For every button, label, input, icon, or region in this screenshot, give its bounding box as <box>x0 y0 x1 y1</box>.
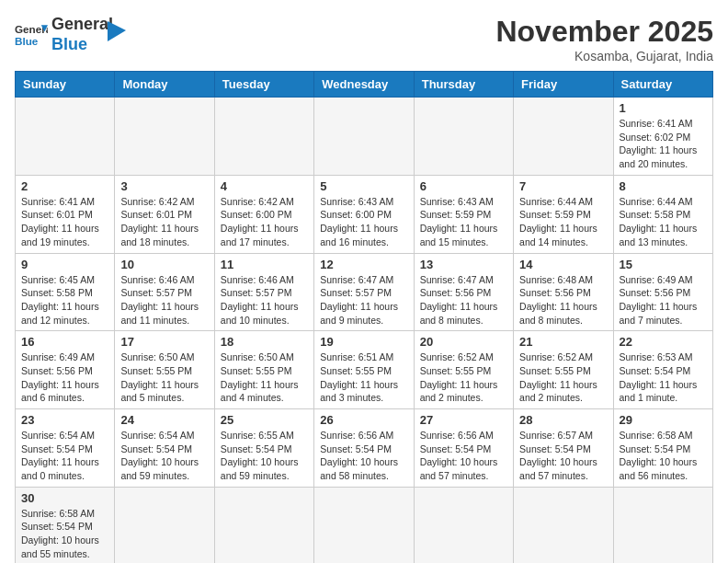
day-info: Sunrise: 6:54 AM Sunset: 5:54 PM Dayligh… <box>120 429 208 483</box>
day-info: Sunrise: 6:41 AM Sunset: 6:02 PM Dayligh… <box>620 117 707 171</box>
calendar-day-cell: 30Sunrise: 6:58 AM Sunset: 5:54 PM Dayli… <box>16 487 115 563</box>
weekday-header-tuesday: Tuesday <box>214 72 313 98</box>
calendar-week-row: 1Sunrise: 6:41 AM Sunset: 6:02 PM Daylig… <box>16 98 713 176</box>
calendar-day-cell: 22Sunrise: 6:53 AM Sunset: 5:54 PM Dayli… <box>613 331 712 409</box>
day-info: Sunrise: 6:46 AM Sunset: 5:57 PM Dayligh… <box>221 273 308 327</box>
calendar-day-cell <box>115 487 214 563</box>
day-number: 2 <box>21 179 108 193</box>
calendar-week-row: 16Sunrise: 6:49 AM Sunset: 5:56 PM Dayli… <box>16 331 713 409</box>
svg-marker-3 <box>108 21 126 41</box>
day-number: 8 <box>620 179 707 193</box>
calendar-day-cell: 23Sunrise: 6:54 AM Sunset: 5:54 PM Dayli… <box>16 409 115 488</box>
calendar-day-cell <box>514 487 613 563</box>
weekday-header-sunday: Sunday <box>16 72 115 98</box>
page-header: General Blue General Blue November 2025 … <box>15 15 713 63</box>
calendar-day-cell: 27Sunrise: 6:56 AM Sunset: 5:54 PM Dayli… <box>414 409 513 488</box>
month-title: November 2025 <box>495 15 713 49</box>
calendar-day-cell: 7Sunrise: 6:44 AM Sunset: 5:59 PM Daylig… <box>514 175 613 253</box>
calendar-day-cell: 16Sunrise: 6:49 AM Sunset: 5:56 PM Dayli… <box>16 331 115 409</box>
day-info: Sunrise: 6:58 AM Sunset: 5:54 PM Dayligh… <box>620 429 707 483</box>
calendar-week-row: 30Sunrise: 6:58 AM Sunset: 5:54 PM Dayli… <box>16 487 713 563</box>
day-number: 7 <box>519 179 607 193</box>
day-number: 18 <box>221 335 308 349</box>
day-info: Sunrise: 6:52 AM Sunset: 5:55 PM Dayligh… <box>420 350 507 405</box>
calendar-day-cell: 19Sunrise: 6:51 AM Sunset: 5:55 PM Dayli… <box>314 331 414 409</box>
calendar-body: 1Sunrise: 6:41 AM Sunset: 6:02 PM Daylig… <box>16 98 713 564</box>
weekday-header-friday: Friday <box>514 72 613 98</box>
logo-triangle-icon <box>108 21 126 41</box>
weekday-header-thursday: Thursday <box>414 72 513 98</box>
day-info: Sunrise: 6:43 AM Sunset: 6:00 PM Dayligh… <box>320 195 407 249</box>
day-info: Sunrise: 6:45 AM Sunset: 5:58 PM Dayligh… <box>21 273 108 327</box>
calendar-day-cell: 15Sunrise: 6:49 AM Sunset: 5:56 PM Dayli… <box>613 253 712 331</box>
day-number: 23 <box>21 413 108 427</box>
day-info: Sunrise: 6:48 AM Sunset: 5:56 PM Dayligh… <box>519 273 607 327</box>
location-text: Kosamba, Gujarat, India <box>495 49 713 63</box>
day-number: 3 <box>120 179 208 193</box>
calendar-week-row: 23Sunrise: 6:54 AM Sunset: 5:54 PM Dayli… <box>16 409 713 488</box>
calendar-week-row: 9Sunrise: 6:45 AM Sunset: 5:58 PM Daylig… <box>16 253 713 331</box>
calendar-day-cell: 18Sunrise: 6:50 AM Sunset: 5:55 PM Dayli… <box>214 331 313 409</box>
weekday-header-row: SundayMondayTuesdayWednesdayThursdayFrid… <box>16 72 713 98</box>
calendar-day-cell: 11Sunrise: 6:46 AM Sunset: 5:57 PM Dayli… <box>214 253 313 331</box>
day-number: 17 <box>120 335 208 349</box>
day-info: Sunrise: 6:49 AM Sunset: 5:56 PM Dayligh… <box>21 350 108 405</box>
day-number: 28 <box>519 413 607 427</box>
logo-general: General <box>51 15 113 35</box>
day-number: 11 <box>221 258 308 271</box>
day-info: Sunrise: 6:46 AM Sunset: 5:57 PM Dayligh… <box>120 273 208 327</box>
day-number: 14 <box>519 258 607 271</box>
calendar-day-cell: 5Sunrise: 6:43 AM Sunset: 6:00 PM Daylig… <box>314 175 414 253</box>
calendar-day-cell: 17Sunrise: 6:50 AM Sunset: 5:55 PM Dayli… <box>115 331 214 409</box>
day-number: 6 <box>420 179 507 193</box>
calendar-day-cell <box>613 487 712 563</box>
day-number: 13 <box>420 258 507 271</box>
day-number: 19 <box>320 335 407 349</box>
calendar-day-cell: 12Sunrise: 6:47 AM Sunset: 5:57 PM Dayli… <box>314 253 414 331</box>
day-number: 22 <box>620 335 707 349</box>
day-info: Sunrise: 6:47 AM Sunset: 5:56 PM Dayligh… <box>420 273 507 327</box>
calendar-day-cell: 8Sunrise: 6:44 AM Sunset: 5:58 PM Daylig… <box>613 175 712 253</box>
calendar-day-cell <box>16 98 115 176</box>
calendar-header: SundayMondayTuesdayWednesdayThursdayFrid… <box>16 72 713 98</box>
calendar-day-cell: 25Sunrise: 6:55 AM Sunset: 5:54 PM Dayli… <box>214 409 313 488</box>
calendar-day-cell: 1Sunrise: 6:41 AM Sunset: 6:02 PM Daylig… <box>613 98 712 176</box>
day-number: 10 <box>120 258 208 271</box>
calendar-day-cell: 9Sunrise: 6:45 AM Sunset: 5:58 PM Daylig… <box>16 253 115 331</box>
day-info: Sunrise: 6:47 AM Sunset: 5:57 PM Dayligh… <box>320 273 407 327</box>
calendar-day-cell <box>314 98 414 176</box>
svg-text:General: General <box>15 23 48 35</box>
day-number: 30 <box>21 491 108 505</box>
weekday-header-monday: Monday <box>115 72 214 98</box>
calendar-day-cell: 6Sunrise: 6:43 AM Sunset: 5:59 PM Daylig… <box>414 175 513 253</box>
calendar-day-cell: 26Sunrise: 6:56 AM Sunset: 5:54 PM Dayli… <box>314 409 414 488</box>
calendar-day-cell: 13Sunrise: 6:47 AM Sunset: 5:56 PM Dayli… <box>414 253 513 331</box>
calendar-day-cell <box>214 98 313 176</box>
day-info: Sunrise: 6:56 AM Sunset: 5:54 PM Dayligh… <box>420 429 507 483</box>
calendar-day-cell: 3Sunrise: 6:42 AM Sunset: 6:01 PM Daylig… <box>115 175 214 253</box>
day-info: Sunrise: 6:41 AM Sunset: 6:01 PM Dayligh… <box>21 195 108 249</box>
day-number: 27 <box>420 413 507 427</box>
day-number: 24 <box>120 413 208 427</box>
calendar-day-cell: 29Sunrise: 6:58 AM Sunset: 5:54 PM Dayli… <box>613 409 712 488</box>
day-number: 20 <box>420 335 507 349</box>
day-number: 1 <box>620 101 707 115</box>
calendar-day-cell <box>214 487 313 563</box>
day-number: 5 <box>320 179 407 193</box>
calendar-day-cell: 21Sunrise: 6:52 AM Sunset: 5:55 PM Dayli… <box>514 331 613 409</box>
calendar-day-cell: 20Sunrise: 6:52 AM Sunset: 5:55 PM Dayli… <box>414 331 513 409</box>
day-number: 21 <box>519 335 607 349</box>
day-info: Sunrise: 6:51 AM Sunset: 5:55 PM Dayligh… <box>320 350 407 405</box>
day-info: Sunrise: 6:44 AM Sunset: 5:58 PM Dayligh… <box>620 195 707 249</box>
day-info: Sunrise: 6:49 AM Sunset: 5:56 PM Dayligh… <box>620 273 707 327</box>
day-number: 12 <box>320 258 407 271</box>
calendar-day-cell <box>115 98 214 176</box>
day-number: 26 <box>320 413 407 427</box>
day-info: Sunrise: 6:42 AM Sunset: 6:01 PM Dayligh… <box>120 195 208 249</box>
calendar-table: SundayMondayTuesdayWednesdayThursdayFrid… <box>15 71 713 563</box>
calendar-day-cell <box>314 487 414 563</box>
logo-blue: Blue <box>51 35 113 55</box>
logo-icon: General Blue <box>15 18 48 52</box>
calendar-day-cell <box>514 98 613 176</box>
day-number: 4 <box>221 179 308 193</box>
